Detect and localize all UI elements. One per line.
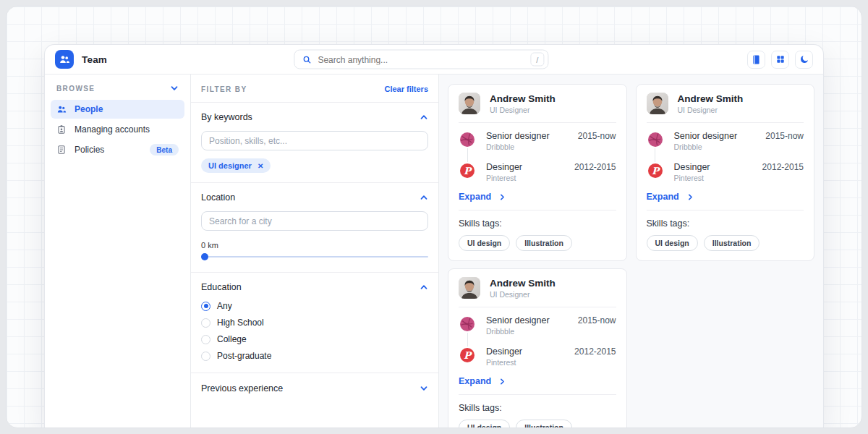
person-role: UI Designer	[678, 106, 744, 114]
previous-experience-title: Previous experience	[201, 383, 283, 393]
id-badge-icon	[56, 124, 67, 135]
location-section-title: Location	[201, 192, 235, 203]
sidebar-item-label: Policies	[75, 145, 104, 155]
radio-option-any[interactable]: Any	[201, 301, 428, 311]
radio-option-post-graduate[interactable]: Post-graduate	[201, 351, 428, 361]
topbar-actions	[747, 51, 813, 69]
chevron-down-icon[interactable]	[420, 384, 428, 393]
skill-chip[interactable]: Illustration	[704, 235, 760, 251]
radio-option-college[interactable]: College	[201, 334, 428, 344]
education-section-title: Education	[201, 282, 242, 292]
keywords-section-title: By keywords	[201, 112, 252, 122]
top-bar: Team /	[45, 45, 823, 75]
slider-thumb[interactable]	[201, 253, 208, 260]
apps-grid-button[interactable]	[771, 51, 789, 69]
dribbble-icon	[459, 131, 476, 148]
grid-icon	[775, 54, 786, 64]
skill-chip[interactable]: UI design	[459, 420, 510, 428]
divider	[459, 210, 616, 210]
location-section-header[interactable]: Location	[201, 192, 428, 203]
experience-row: Desinger Pinterest 2012-2015	[647, 162, 804, 182]
previous-experience-section-header[interactable]: Previous experience	[201, 383, 428, 393]
person-name: Andrew Smith	[678, 93, 744, 104]
sidebar-item-policies[interactable]: Policies Beta	[51, 140, 184, 159]
app-brand: Team	[55, 50, 107, 69]
document-icon	[56, 145, 67, 155]
experience-period: 2012-2015	[574, 346, 616, 357]
sidebar-item-people[interactable]: People	[51, 100, 184, 119]
person-name: Andrew Smith	[490, 93, 556, 104]
radio-option-high-school[interactable]: High School	[201, 318, 428, 328]
people-icon	[56, 104, 67, 114]
global-search[interactable]: /	[294, 50, 548, 69]
dark-mode-toggle[interactable]	[795, 51, 813, 69]
beta-badge: Beta	[150, 144, 179, 156]
empty-grid-cell	[636, 268, 815, 428]
keyword-tag-ui-designer[interactable]: UI designer ✕	[201, 158, 271, 173]
chevron-down-icon[interactable]	[170, 84, 179, 93]
book-button[interactable]	[747, 51, 765, 69]
divider	[459, 122, 616, 123]
skill-chip[interactable]: UI design	[647, 235, 698, 251]
skills-label: Skills tags:	[647, 218, 804, 229]
radio-button[interactable]	[201, 352, 210, 361]
divider	[647, 122, 804, 123]
radio-button[interactable]	[201, 302, 210, 311]
chevron-right-icon	[498, 193, 506, 201]
search-input[interactable]	[318, 54, 524, 64]
team-logo-icon	[59, 54, 70, 65]
experience-period: 2012-2015	[574, 162, 616, 172]
skill-chip[interactable]: Illustration	[516, 420, 572, 428]
clear-filters-link[interactable]: Clear filters	[384, 85, 428, 93]
person-role: UI Designer	[490, 290, 556, 299]
chevron-up-icon[interactable]	[420, 113, 428, 122]
slider-track[interactable]	[201, 256, 428, 258]
skill-chip[interactable]: Illustration	[516, 235, 572, 251]
radio-button[interactable]	[201, 318, 210, 328]
person-card: Andrew Smith UI Designer Senior designer…	[636, 84, 815, 261]
skills-label: Skills tags:	[459, 218, 616, 229]
radio-button[interactable]	[201, 335, 210, 344]
person-card: Andrew Smith UI Designer Senior designer…	[448, 268, 627, 428]
avatar	[459, 93, 480, 114]
search-icon	[302, 54, 312, 64]
experience-period: 2015-now	[578, 131, 616, 141]
experience-period: 2015-now	[765, 131, 804, 141]
filter-panel: Filter by Clear filters By keywords	[191, 75, 439, 428]
app-title: Team	[82, 54, 107, 65]
divider	[459, 394, 616, 395]
sidebar-item-label: Managing accounts	[75, 124, 150, 135]
skills-label: Skills tags:	[459, 403, 616, 413]
person-card: Andrew Smith UI Designer Senior designer…	[448, 84, 627, 261]
experience-period: 2012-2015	[762, 162, 804, 172]
skill-chip[interactable]: UI design	[459, 235, 510, 251]
app-logo[interactable]	[55, 50, 74, 69]
sidebar-item-managing-accounts[interactable]: Managing accounts	[51, 120, 184, 139]
distance-value-label: 0 km	[201, 241, 428, 250]
dribbble-icon	[459, 315, 476, 333]
expand-button[interactable]: Expand	[459, 192, 616, 202]
chevron-right-icon	[498, 378, 506, 386]
distance-slider[interactable]	[201, 253, 428, 260]
experience-timeline: Senior designer Dribbble 2015-now Desing…	[647, 131, 804, 182]
chevron-up-icon[interactable]	[420, 193, 428, 202]
browse-section-header[interactable]: Browse	[51, 84, 184, 100]
chevron-up-icon[interactable]	[420, 283, 428, 292]
moon-icon	[799, 54, 809, 64]
chevron-right-icon	[686, 193, 694, 201]
pinterest-icon	[459, 346, 476, 364]
city-search-input[interactable]	[201, 211, 428, 231]
keywords-input[interactable]	[201, 131, 428, 150]
experience-timeline: Senior designer Dribbble 2015-now Desing…	[459, 315, 616, 367]
keywords-section-header[interactable]: By keywords	[201, 112, 428, 122]
expand-button[interactable]: Expand	[647, 192, 804, 202]
keyword-tag-label: UI designer	[208, 161, 252, 170]
results-area: Andrew Smith UI Designer Senior designer…	[439, 75, 823, 428]
education-section-header[interactable]: Education	[201, 282, 428, 292]
remove-tag-icon[interactable]: ✕	[258, 162, 263, 170]
page-background: Team /	[6, 6, 862, 428]
expand-button[interactable]: Expand	[459, 376, 616, 386]
experience-row: Desinger Pinterest 2012-2015	[459, 346, 616, 367]
experience-period: 2015-now	[578, 315, 616, 326]
avatar	[459, 277, 480, 299]
